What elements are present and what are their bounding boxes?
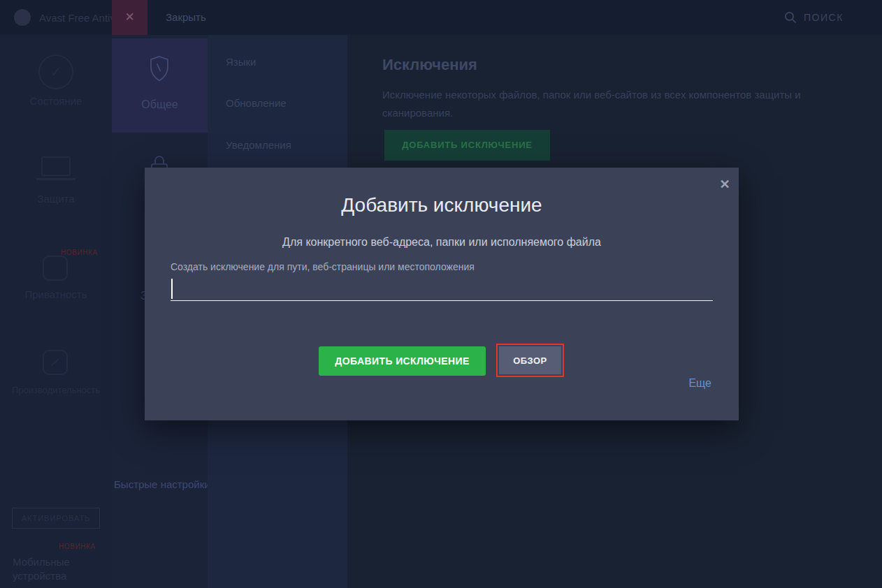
dialog-add-exception-button[interactable]: ДОБАВИТЬ ИСКЛЮЧЕНИЕ: [319, 346, 486, 376]
search-label: ПОИСК: [804, 12, 844, 23]
dialog-subtitle: Для конкретного веб-адреса, папки или ис…: [145, 236, 739, 249]
add-exception-dialog: ✕ Добавить исключение Для конкретного ве…: [145, 168, 739, 420]
settings-tab-general[interactable]: Общее: [112, 38, 208, 133]
settings-tab-label: Общее: [112, 98, 208, 111]
activate-button[interactable]: АКТИВИРОВАТЬ: [12, 508, 100, 529]
close-settings-label[interactable]: Закрыть: [166, 11, 206, 23]
close-settings-button[interactable]: ✕: [112, 0, 147, 35]
section-tab-notifications[interactable]: Уведомления: [226, 139, 291, 151]
sidebar-item-mobile-devices[interactable]: Мобильные устройства: [13, 555, 100, 584]
settings-tab-label: Быстрые настройки: [114, 478, 210, 490]
new-badge: НОВИНКА: [59, 543, 96, 550]
page-description: Исключение некоторых файлов, папок или в…: [382, 86, 852, 122]
sidebar: Состояние Защита НОВИНКА Приватность Про…: [0, 35, 112, 588]
more-link[interactable]: Еще: [688, 377, 711, 390]
add-exception-button[interactable]: ДОБАВИТЬ ИСКЛЮЧЕНИЕ: [384, 130, 550, 161]
shield-icon: [149, 55, 170, 83]
close-icon: ✕: [124, 10, 134, 24]
click-highlight-box: ОБЗОР: [496, 344, 564, 377]
dialog-title: Добавить исключение: [145, 194, 739, 216]
section-tab-languages[interactable]: Языки: [226, 56, 256, 68]
section-tab-update[interactable]: Обновление: [226, 97, 287, 109]
sidebar-item-label: Приватность: [0, 288, 112, 300]
topbar: Avast Free Antivirus ✕ Закрыть ПОИСК: [0, 0, 882, 35]
page-title: Исключения: [382, 56, 477, 74]
app-logo-icon: [14, 9, 31, 26]
search-button[interactable]: ПОИСК: [784, 9, 844, 26]
browse-button[interactable]: ОБЗОР: [499, 346, 561, 374]
sidebar-item-label: Защита: [0, 193, 112, 205]
text-caret: [171, 279, 173, 299]
performance-icon: [43, 350, 68, 375]
search-icon: [784, 11, 797, 24]
dialog-close-icon[interactable]: ✕: [715, 175, 735, 194]
privacy-icon: [43, 256, 68, 281]
new-badge: НОВИНКА: [61, 249, 98, 256]
status-icon: [38, 54, 73, 89]
sidebar-item-label: Производительность: [0, 385, 112, 395]
exception-path-input[interactable]: [171, 276, 713, 301]
exception-input-label: Создать исключение для пути, веб-страниц…: [171, 261, 475, 272]
avast-window: Avast Free Antivirus ✕ Закрыть ПОИСК Сос…: [0, 0, 882, 588]
sidebar-item-label: Состояние: [0, 95, 112, 107]
laptop-icon: [41, 156, 71, 176]
